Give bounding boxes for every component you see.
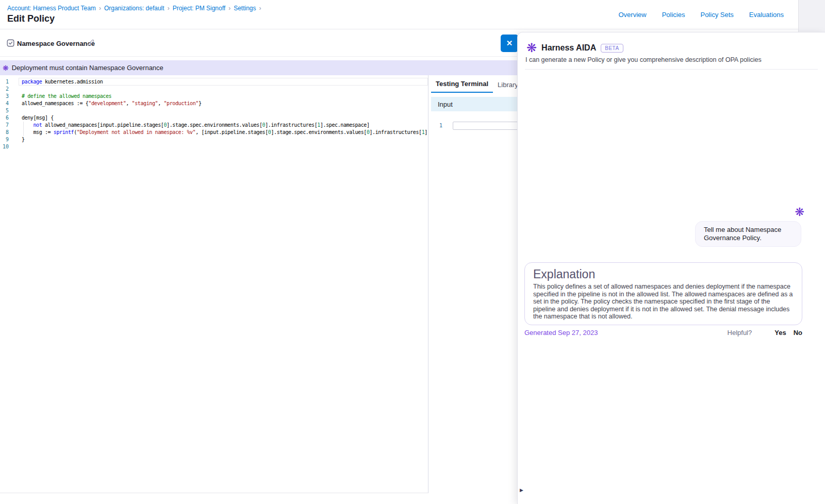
generated-timestamp: Generated Sep 27, 2023 (524, 329, 598, 337)
banner-text: Deployment must contain Namespace Govern… (12, 64, 163, 72)
breadcrumb-link[interactable]: Project: PM Signoff (173, 5, 226, 12)
helpful-label: Helpful? (728, 329, 752, 337)
nav-link-policy-sets[interactable]: Policy Sets (700, 11, 733, 19)
explanation-body: This policy defines a set of allowed nam… (533, 283, 794, 321)
code-line-text: # define the allowed namespaces (22, 93, 111, 100)
code-line: 8 msg := sprintf("Deployment not allowed… (0, 129, 428, 136)
aida-logo-icon: ❋ (526, 42, 537, 54)
code-line: 1package kubernetes.admission (0, 78, 428, 86)
user-message-bubble: Tell me about Namespace Governance Polic… (695, 221, 801, 247)
breadcrumb-link[interactable]: Organizations: default (104, 5, 164, 12)
line-number: 4 (0, 100, 9, 107)
code-line-text: } (22, 136, 25, 143)
code-line: 6deny[msg] { (0, 114, 428, 122)
breadcrumb-separator: › (228, 5, 230, 12)
breadcrumb-separator: › (259, 5, 261, 12)
header-right-strip (798, 0, 825, 32)
nav-link-overview[interactable]: Overview (618, 11, 646, 19)
breadcrumb-link[interactable]: Account: Harness Product Team (7, 5, 96, 12)
terminal-line-number: 1 (436, 123, 442, 128)
breadcrumb-separator: › (168, 5, 170, 12)
line-number: 8 (0, 129, 9, 136)
breadcrumb-separator: › (99, 5, 101, 12)
edit-policy-page: Account: Harness Product Team›Organizati… (0, 0, 825, 504)
page-header: Account: Harness Product Team›Organizati… (0, 0, 825, 29)
line-number: 9 (0, 136, 9, 143)
line-number: 1 (0, 78, 9, 86)
policy-name: Namespace Governance (17, 40, 95, 47)
beta-badge: BETA (601, 44, 623, 53)
aida-header-divider (525, 69, 818, 70)
explanation-title: Explanation (533, 267, 794, 281)
code-line: 3# define the allowed namespaces (0, 93, 428, 100)
code-line: 4allowed_namespaces := {"development", "… (0, 100, 428, 107)
close-aida-button[interactable]: ✕ (501, 35, 518, 52)
code-line-text: not allowed_namespaces[input.pipeline.st… (22, 122, 370, 129)
aida-panel: ❋ Harness AIDA BETA I can generate a new… (517, 32, 825, 504)
aida-avatar-icon: ❋ (795, 207, 804, 218)
code-line: 7 not allowed_namespaces[input.pipeline.… (0, 122, 428, 129)
panel-resize-handle-icon[interactable]: ▶ (520, 487, 526, 493)
line-number: 10 (0, 143, 9, 150)
code-line: 2 (0, 86, 428, 93)
nav-link-policies[interactable]: Policies (662, 11, 685, 19)
code-lines: 1package kubernetes.admission23# define … (0, 78, 428, 150)
code-line: 9} (0, 136, 428, 143)
policy-check-icon (7, 39, 14, 47)
aida-suggestion-banner: ❋ Deployment must contain Namespace Gove… (0, 60, 518, 75)
code-line-text: allowed_namespaces := {"development", "s… (22, 100, 202, 107)
breadcrumb-link[interactable]: Settings (234, 5, 256, 12)
nav-link-evaluations[interactable]: Evaluations (749, 11, 784, 19)
top-nav: OverviewPoliciesPolicy SetsEvaluations (618, 11, 784, 19)
page-title: Edit Policy (7, 13, 55, 24)
line-number: 7 (0, 122, 9, 129)
code-line-text: package kubernetes.admission (22, 78, 103, 86)
code-line: 10 (0, 143, 428, 150)
policy-toolbar: Namespace Governance (0, 29, 518, 57)
line-number: 6 (0, 114, 9, 122)
policy-code-editor[interactable]: 1package kubernetes.admission23# define … (0, 75, 428, 493)
user-message-text: Tell me about Namespace Governance Polic… (704, 226, 793, 242)
line-number: 5 (0, 107, 9, 114)
breadcrumb: Account: Harness Product Team›Organizati… (7, 5, 264, 12)
line-number: 2 (0, 86, 9, 93)
input-header-label: Input (438, 100, 453, 108)
code-line-text: deny[msg] { (22, 114, 54, 122)
aida-title: Harness AIDA (541, 43, 596, 53)
aida-flower-icon: ❋ (3, 64, 9, 72)
helpful-yes-button[interactable]: Yes (774, 329, 786, 337)
line-number: 3 (0, 93, 9, 100)
code-line-text: msg := sprintf("Deployment not allowed i… (22, 129, 428, 136)
explanation-card: Explanation This policy defines a set of… (524, 262, 802, 325)
aida-subtitle: I can generate a new Policy or give you … (525, 56, 762, 63)
edit-pencil-icon[interactable] (87, 39, 95, 47)
aida-footer: Generated Sep 27, 2023 Helpful? Yes No (524, 329, 802, 339)
code-line: 5 (0, 107, 428, 114)
tab-testing-terminal[interactable]: Testing Terminal (431, 76, 493, 93)
helpful-no-button[interactable]: No (794, 329, 802, 337)
